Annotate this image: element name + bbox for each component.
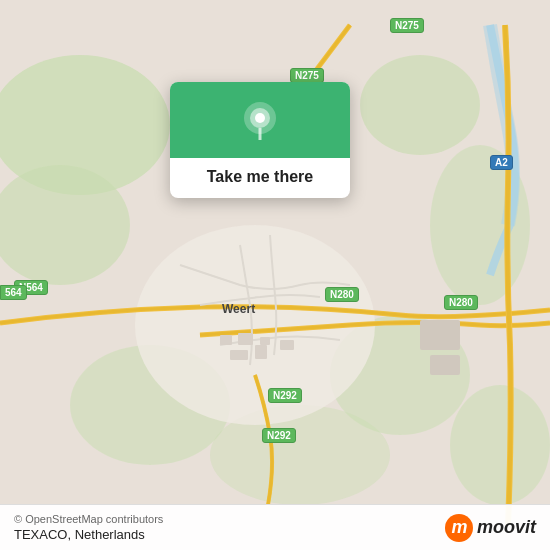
moovit-m-icon: m [445, 514, 473, 542]
road-label-N280-mid: N280 [325, 287, 359, 302]
road-label-N292: N292 [268, 388, 302, 403]
road-label-564: 564 [0, 285, 27, 300]
svg-rect-16 [420, 320, 460, 350]
moovit-text: moovit [477, 517, 536, 538]
svg-rect-17 [430, 355, 460, 375]
popup-card: Take me there [170, 82, 350, 198]
popup-green-header [170, 82, 350, 158]
location-pin-icon [238, 100, 282, 144]
svg-rect-14 [255, 345, 267, 359]
road-label-A2: A2 [490, 155, 513, 170]
svg-rect-11 [238, 333, 253, 345]
road-label-N292b: N292 [262, 428, 296, 443]
road-label-N275-top: N275 [390, 18, 424, 33]
take-me-there-button[interactable]: Take me there [191, 158, 329, 198]
osm-attribution: © OpenStreetMap contributors [14, 513, 163, 525]
moovit-logo: m moovit [445, 514, 536, 542]
svg-point-3 [360, 55, 480, 155]
svg-rect-12 [260, 337, 270, 345]
city-label: Weert [222, 302, 255, 316]
svg-point-20 [255, 113, 265, 123]
road-label-N280-right: N280 [444, 295, 478, 310]
svg-rect-15 [280, 340, 294, 350]
road-label-N275-mid: N275 [290, 68, 324, 83]
svg-point-8 [450, 385, 550, 505]
map-container: N275 N275 A2 N564 564 N280 N280 N292 N29… [0, 0, 550, 550]
location-info: TEXACO, Netherlands [14, 527, 163, 542]
bottom-bar: © OpenStreetMap contributors TEXACO, Net… [0, 504, 550, 550]
svg-rect-13 [230, 350, 248, 360]
svg-rect-10 [220, 335, 232, 345]
